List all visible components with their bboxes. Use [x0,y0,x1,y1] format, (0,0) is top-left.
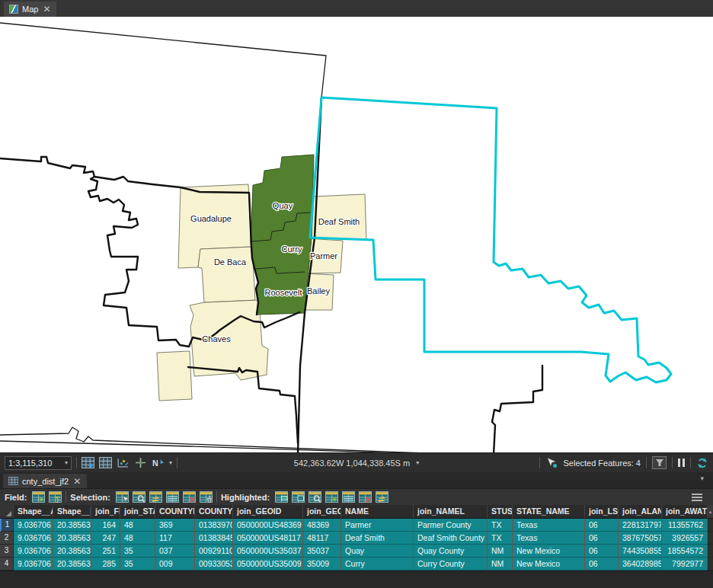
cell-COUNTYFP[interactable]: 037 [155,545,195,558]
cell-join_FID[interactable]: 247 [91,532,120,545]
cell-join_GEOID[interactable]: 0500000US48117 [233,532,303,545]
column-header-join_ALAND[interactable]: join_ALAND [619,505,662,519]
north-arrow-icon[interactable]: N [152,457,165,468]
map-scale-select[interactable]: 1:3,115,310 ▾ [5,456,72,470]
cell-STUSPS[interactable]: TX [488,532,513,545]
table-row[interactable]: 29.03670620.3856342474811701383845050000… [0,532,713,545]
delete-selection-icon[interactable] [200,491,213,503]
cell-join_GEOID[interactable]: 0500000US48369 [233,519,303,532]
cell-join_NAMEL[interactable]: Deaf Smith County [414,532,488,545]
cell-join_NAMEL[interactable]: Parmer County [414,519,488,532]
tab-map[interactable]: Map ✕ [4,2,56,17]
table-row[interactable]: 19.03670620.3856341644836901383970050000… [0,519,713,532]
cell-join_STATE[interactable]: 48 [120,532,155,545]
pause-drawing-icon[interactable] [678,459,685,467]
cell-STUSPS[interactable]: TX [488,519,513,532]
column-header-NAME[interactable]: NAME [341,505,414,519]
cell-join_STATE[interactable]: 35 [120,545,155,558]
county-small-southwest[interactable] [157,351,192,401]
filter-toggle-icon[interactable] [652,456,667,469]
cell-join_LSAD[interactable]: 06 [585,558,619,570]
close-table-tab-icon[interactable]: ✕ [72,477,82,486]
cell-NAME[interactable]: Curry [341,558,414,570]
county-de-baca[interactable] [198,247,255,302]
cell-Shape__Are[interactable]: 9.036706 [14,558,53,570]
cell-STATE_NAME[interactable]: Texas [513,519,585,532]
column-header-Shape__Are[interactable]: Shape__Are [14,505,53,519]
cell-join_AWATE[interactable]: 18554572 [662,545,708,558]
cell-COUNTYNS[interactable]: 01383845 [195,532,233,545]
table-menu-icon[interactable] [692,494,708,501]
cell-STATE_NAME[interactable]: Texas [513,532,585,545]
close-map-tab-icon[interactable]: ✕ [42,5,51,14]
cell-Shape__Are[interactable]: 9.036706 [14,545,53,558]
column-header-COUNTYFP[interactable]: COUNTYFP [155,505,195,519]
column-header-join_FID[interactable]: join_FID [91,505,120,519]
table-scrollbar-track[interactable] [708,532,713,545]
grid-add-icon[interactable] [82,457,94,468]
switch-selection-icon[interactable] [149,491,162,503]
highlight-selection-icon[interactable] [275,491,288,503]
cell-join_LSAD[interactable]: 06 [585,519,619,532]
crosshair-icon[interactable] [134,457,147,468]
add-highlighted-icon[interactable] [325,491,338,503]
table-scrollbar-track[interactable] [708,558,713,570]
attribute-table[interactable]: Shape__AreShape__Lenjoin_FIDjoin_STATECO… [0,505,713,570]
clear-selection-icon[interactable] [183,491,196,503]
select-highlighted-icon[interactable] [342,491,355,503]
cell-join_STATE[interactable]: 35 [120,558,155,570]
map-viewport[interactable]: Guadalupe De Baca Chaves Quay Curry Roos… [0,17,713,452]
cell-join_NAMEL[interactable]: Curry County [414,558,488,570]
cell-STATE_NAME[interactable]: New Mexico [513,558,585,570]
cell-join_ALAND[interactable]: 2281317978 [619,519,662,532]
row-number-1[interactable]: 1 [0,519,14,532]
select-by-attributes-icon[interactable] [116,491,129,503]
column-header-join_LSAD[interactable]: join_LSAD [585,505,619,519]
table-scrollbar-track[interactable] [708,545,713,558]
cell-join_AWATE[interactable]: 7992977 [662,558,708,570]
clear-highlighted-icon[interactable] [359,491,372,503]
table-row[interactable]: 39.03670620.3856342513503700929110050000… [0,545,713,558]
select-all-corner[interactable] [0,505,14,519]
cell-NAME[interactable]: Quay [341,545,414,558]
cell-join_GEOID[interactable]: 0500000US35009 [233,558,303,570]
cell-join_AWATE[interactable]: 11355762 [662,519,708,532]
column-header-join_STATE[interactable]: join_STATE [120,505,155,519]
cell-Shape__Are[interactable]: 9.036706 [14,519,53,532]
map-canvas[interactable]: Guadalupe De Baca Chaves Quay Curry Roos… [0,17,713,452]
cell-join_FID[interactable]: 285 [91,558,120,570]
navigation-chevron-icon[interactable]: ▾ [169,459,172,466]
coordinates-chevron-icon[interactable]: ▾ [416,459,419,466]
column-header-join_NAMEL[interactable]: join_NAMEL [414,505,488,519]
zoom-to-highlighted-icon[interactable] [309,491,321,503]
row-number-2[interactable]: 2 [0,532,14,545]
table-row[interactable]: 49.03670620.3856342853500900933053050000… [0,558,713,570]
cell-join_NAMEL[interactable]: Quay County [414,545,488,558]
calculate-field-icon[interactable]: ∑ [49,491,62,503]
cell-join_GEOI1[interactable]: 48117 [303,532,341,545]
cell-join_GEOI1[interactable]: 35009 [303,558,341,570]
cell-STUSPS[interactable]: NM [488,558,513,570]
table-pane-chevron-icon[interactable]: ▾ [700,475,704,482]
column-header-STUSPS[interactable]: STUSPS [488,505,513,519]
table-grid-icon[interactable] [99,457,112,468]
cell-join_ALAND[interactable]: 3640289850 [619,558,662,570]
cell-COUNTYFP[interactable]: 009 [155,558,195,570]
cell-Shape__Len[interactable]: 20.385634 [53,545,91,558]
cell-join_ALAND[interactable]: 7443508558 [619,545,662,558]
cell-STUSPS[interactable]: NM [488,545,513,558]
cell-COUNTYFP[interactable]: 117 [155,532,195,545]
cell-COUNTYNS[interactable]: 00929110 [195,545,233,558]
cell-join_LSAD[interactable]: 06 [585,545,619,558]
cell-join_ALAND[interactable]: 3876750570 [619,532,662,545]
switch-highlighted-icon[interactable] [376,491,388,503]
refresh-map-icon[interactable] [696,457,708,469]
zoom-to-selection-icon[interactable] [133,491,145,503]
cell-join_FID[interactable]: 251 [91,545,120,558]
cell-Shape__Len[interactable]: 20.385634 [53,558,91,570]
table-scrollbar-track[interactable] [708,519,713,532]
column-header-STATE_NAME[interactable]: STATE_NAME [513,505,585,519]
column-header-Shape__Len[interactable]: Shape__Len [53,505,91,519]
cell-COUNTYNS[interactable]: 01383970 [195,519,233,532]
cell-join_STATE[interactable]: 48 [120,519,155,532]
